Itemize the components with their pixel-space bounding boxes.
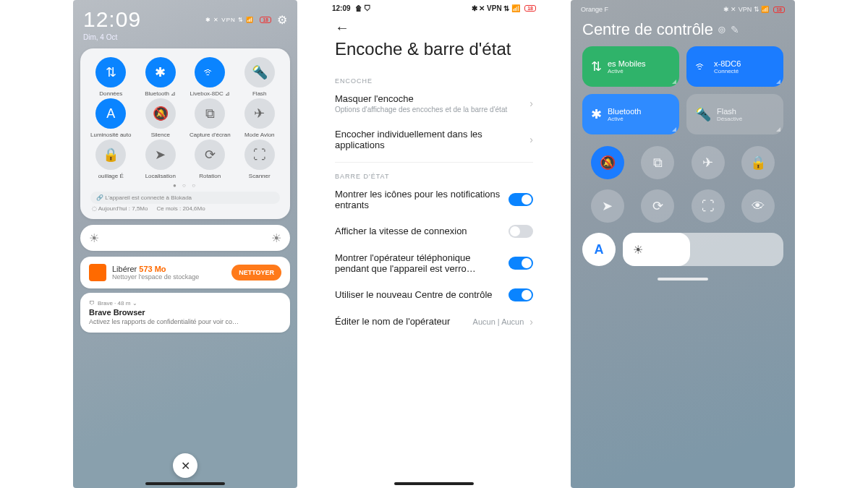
usage-today: ◌ Aujourd'hui : 7,5Mo [92,205,148,212]
cc-tile[interactable]: ✱BluetoothActivé [582,94,679,134]
cc-toggle[interactable]: 🔕 [591,146,624,179]
cc-toggle[interactable]: 👁 [741,189,775,223]
toggle-row[interactable]: Afficher la vitesse de connexion [322,218,546,245]
qs-icon: ✱ [145,57,176,87]
clock: 12:09 [83,7,141,32]
control-center-screen: Orange F ✱ ✕ VPN ⇅ 📶 18 Centre de contrô… [571,0,795,488]
battery-badge: 18 [773,7,785,13]
carrier-label: Orange F [581,6,608,13]
status-date: Dim, 4 Oct [73,33,297,46]
row-per-app-notch[interactable]: Encocher individuellement dans les appli… [322,121,546,158]
notification-shade-screen: 12:09 ✱ ✕ VPN ⇅ 📶 18 ⚙ Dim, 4 Oct ⇅Donné… [73,0,297,488]
qs-label: Silence [136,132,186,138]
cc-tile[interactable]: ᯤx-8DC6Connecté [686,46,783,87]
cc-toggle[interactable]: 🔒 [741,146,775,179]
qs-toggle[interactable]: ⟳Rotation [185,140,235,179]
tile-icon: ⇅ [591,59,602,74]
brightness-slider[interactable]: ☀ [623,233,783,266]
qs-icon: ⧉ [195,98,225,129]
dismiss-button[interactable]: ✕ [173,453,197,478]
cc-toggle[interactable]: ⛶ [692,189,725,223]
tile-title: x-8DC6 [714,59,741,68]
row-mask-notch[interactable]: Masquer l'encocheOptions d'affichage des… [322,86,546,121]
qs-toggle[interactable]: ⧉Capture d'écran [185,98,235,138]
row-edit-operator[interactable]: Éditer le nom de l'opérateur Aucun | Auc… [322,309,546,335]
qs-label: Capture d'écran [185,132,235,138]
toggle-row[interactable]: Utiliser le nouveau Centre de contrôle [322,281,546,309]
qs-icon: ⟳ [195,140,225,170]
qs-icon: 🔕 [145,98,176,129]
qs-toggle[interactable]: ✱Bluetooth ⊿ [136,57,186,97]
edit-icon[interactable]: ✎ [731,24,739,35]
cleaner-title: Libérer 573 Mo [112,265,226,273]
qs-label: Localisation [136,173,186,179]
qs-icon: ⇅ [95,57,126,87]
brave-title: Brave Browser [89,308,281,317]
status-time: 12:09 [332,4,351,12]
brave-body: Activez les rapports de confidentialité … [89,318,281,325]
toggle-row[interactable]: Montrer les icônes pour les notification… [322,181,546,218]
toggle-switch[interactable] [509,257,533,270]
section-statusbar: BARRE D'ÉTAT [322,167,546,181]
toggle-label: Montrer l'opérateur téléphonique pendant… [335,252,503,274]
qs-toggle[interactable]: ⛶Scanner [235,140,285,179]
qs-toggle[interactable]: ✈Mode Avion [235,98,285,138]
status-right-icons: ✱ ✕ VPN ⇅ 📶 [472,4,521,12]
qs-icon: ➤ [145,140,176,170]
qs-toggle[interactable]: ᯤLivebox-8DC ⊿ [185,57,235,97]
cc-toggle[interactable]: ⧉ [641,146,674,179]
cc-toggle[interactable]: ⟳ [641,189,674,223]
qs-toggle[interactable]: ➤Localisation [136,140,186,179]
qs-label: Rotation [185,173,235,179]
cleaner-subtitle: Nettoyer l'espace de stockage [112,273,226,281]
qs-label: Données [86,90,136,97]
qs-icon: ✈ [244,98,275,129]
cc-toggle[interactable]: ✈ [692,146,725,179]
settings-icon[interactable]: ⊚ [718,24,726,35]
qs-toggle[interactable]: ⇅Données [86,57,136,97]
cc-tile[interactable]: 🔦FlashDésactivé [686,94,783,134]
qs-label: ouillage É [86,173,136,179]
qs-toggle[interactable]: 🔒ouillage É [86,140,136,179]
quick-settings-panel: ⇅Données✱Bluetooth ⊿ᯤLivebox-8DC ⊿🔦Flash… [80,48,290,219]
control-center-title: Centre de contrôle [582,20,713,39]
toggle-label: Utiliser le nouveau Centre de contrôle [335,289,503,300]
battery-badge: 18 [260,17,271,23]
trash-icon [89,264,106,281]
qs-toggle[interactable]: 🔦Flash [235,57,285,97]
status-right-icons: ✱ ✕ VPN ⇅ 📶 [723,6,770,13]
qs-toggle[interactable]: 🔕Silence [136,98,186,138]
brave-notification[interactable]: ⛉ Brave · 48 m ⌄ Brave Browser Activez l… [80,293,290,333]
brightness-low-icon: ☀︎ [89,231,99,245]
chevron-right-icon: › [529,98,533,109]
settings-notch-screen: 12:09🗑 ⛉ ✱ ✕ VPN ⇅ 📶18 ← Encoche & barre… [322,0,546,488]
auto-brightness-button[interactable]: A [582,233,616,266]
back-button[interactable]: ← [322,17,546,36]
qs-toggle[interactable]: ALuminosité auto [86,98,136,138]
qs-label: Scanner [235,173,285,179]
tile-subtitle: Activé [608,68,646,74]
brightness-slider[interactable]: ☀︎ ☀ [80,225,290,251]
gear-icon[interactable]: ⚙ [277,13,287,27]
qs-icon: 🔦 [244,57,275,87]
clean-button[interactable]: NETTOYER [231,265,281,281]
cc-toggle[interactable]: ➤ [591,189,624,223]
cleaner-card[interactable]: Libérer 573 Mo Nettoyer l'espace de stoc… [80,257,290,288]
toggle-row[interactable]: Montrer l'opérateur téléphonique pendant… [322,245,546,281]
page-dots[interactable]: ● ○ ○ [86,182,284,189]
home-indicator[interactable] [145,482,225,485]
toggle-switch[interactable] [509,193,533,206]
toggle-label: Afficher la vitesse de connexion [335,226,503,236]
qs-icon: ⛶ [244,140,275,170]
toggle-switch[interactable] [509,288,533,301]
drag-handle[interactable] [658,278,708,281]
blokada-status[interactable]: 🔗 L'appareil est connecté à Blokada [90,192,280,204]
tile-title: Bluetooth [608,107,641,116]
tile-subtitle: Connecté [714,68,741,74]
qs-icon: A [95,98,126,129]
brave-source: ⛉ Brave · 48 m ⌄ [89,300,281,307]
toggle-switch[interactable] [509,225,533,238]
chevron-right-icon: › [529,316,533,328]
home-indicator[interactable] [394,482,474,485]
cc-tile[interactable]: ⇅es MobilesActivé [582,46,679,87]
